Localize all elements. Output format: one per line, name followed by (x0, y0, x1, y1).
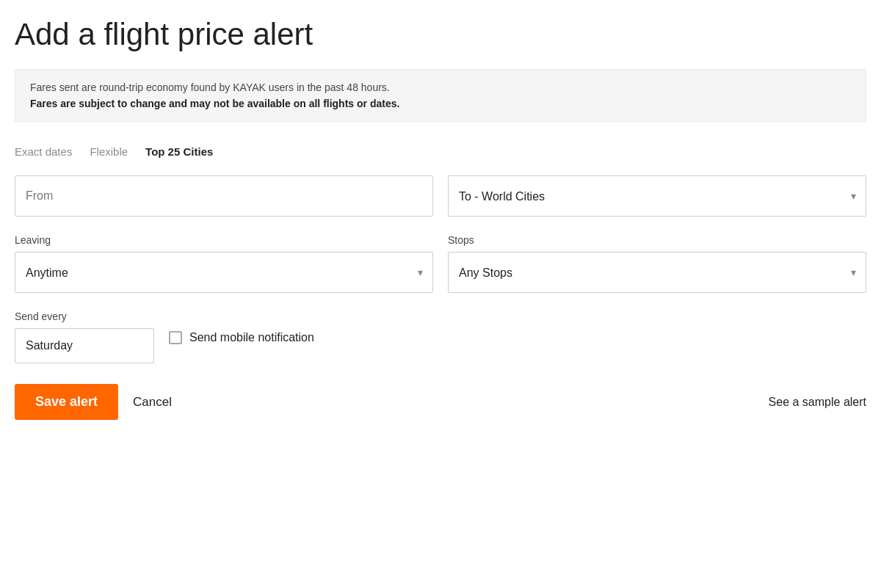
mobile-notification-row: Send mobile notification (169, 311, 866, 344)
to-select[interactable]: To - World CitiesNew YorkLondonParisToky… (448, 175, 866, 217)
stops-col: Stops Any StopsNonstop only1 stop or few… (448, 234, 866, 293)
save-alert-button[interactable]: Save alert (15, 384, 118, 420)
leaving-select[interactable]: AnytimeJanuaryFebruaryMarch (15, 252, 433, 293)
leaving-col: Leaving AnytimeJanuaryFebruaryMarch ▾ (15, 234, 433, 293)
to-col: To - World CitiesNew YorkLondonParisToky… (448, 175, 866, 217)
cancel-button[interactable]: Cancel (133, 395, 172, 410)
to-select-wrapper: To - World CitiesNew YorkLondonParisToky… (448, 175, 866, 217)
bottom-row: Save alert Cancel See a sample alert (15, 384, 866, 420)
from-input[interactable] (15, 175, 433, 217)
info-line2: Fares are subject to change and may not … (30, 98, 851, 109)
info-banner: Fares sent are round-trip economy found … (15, 69, 866, 122)
mobile-notification-label: Send mobile notification (189, 331, 314, 344)
leaving-label: Leaving (15, 234, 433, 246)
send-every-row: Send every Send mobile notification (15, 311, 866, 363)
sample-alert-link[interactable]: See a sample alert (769, 396, 866, 409)
stops-label: Stops (448, 234, 866, 246)
page-title: Add a flight price alert (15, 18, 866, 51)
tabs-row: Exact dates Flexible Top 25 Cities (15, 142, 866, 161)
bottom-left: Save alert Cancel (15, 384, 172, 420)
stops-select-wrapper: Any StopsNonstop only1 stop or fewer ▾ (448, 252, 866, 293)
send-every-input[interactable] (15, 328, 154, 363)
info-line1: Fares sent are round-trip economy found … (30, 81, 851, 93)
from-col (15, 175, 433, 217)
mobile-notification-checkbox[interactable] (169, 331, 182, 344)
leaving-select-wrapper: AnytimeJanuaryFebruaryMarch ▾ (15, 252, 433, 293)
send-every-col: Send every (15, 311, 154, 363)
tab-top25cities[interactable]: Top 25 Cities (145, 142, 213, 161)
tab-flexible[interactable]: Flexible (90, 142, 128, 161)
tab-exact-dates[interactable]: Exact dates (15, 142, 72, 161)
send-every-label: Send every (15, 311, 154, 322)
mobile-notification-col: Send mobile notification (169, 311, 866, 344)
leaving-stops-row: Leaving AnytimeJanuaryFebruaryMarch ▾ St… (15, 234, 866, 293)
from-to-row: To - World CitiesNew YorkLondonParisToky… (15, 175, 866, 217)
stops-select[interactable]: Any StopsNonstop only1 stop or fewer (448, 252, 866, 293)
